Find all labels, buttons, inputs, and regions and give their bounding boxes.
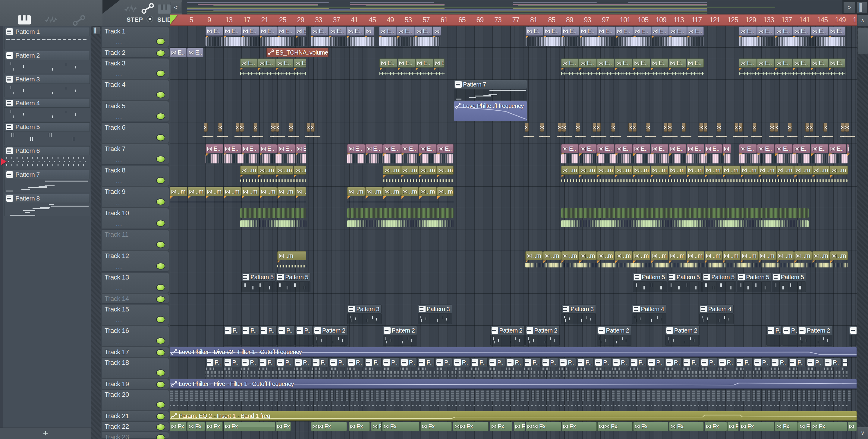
mini-pattern-clip[interactable]: [662, 390, 665, 401]
mini-pattern-clip[interactable]: [526, 390, 530, 401]
audio-clip[interactable]: ⋈..m: [437, 166, 454, 175]
audio-clip[interactable]: ⋈..m: [705, 251, 722, 260]
track-row-22[interactable]: Track 22: [101, 421, 169, 432]
pattern-item-6[interactable]: Pattern 6: [4, 146, 90, 155]
mini-pattern-clip[interactable]: [516, 390, 520, 401]
audio-clip[interactable]: ⋈E..: [224, 144, 241, 153]
track-mute-led[interactable]: [156, 349, 165, 356]
mini-pattern-clip[interactable]: [581, 390, 585, 401]
mini-pattern-clip[interactable]: [677, 390, 680, 401]
audio-clip[interactable]: ⋈E..: [259, 27, 277, 36]
audio-hit-clip[interactable]: ⋈: [845, 123, 849, 132]
audio-clip[interactable]: ⋈E..: [347, 27, 365, 36]
audio-clip[interactable]: ⋈..m: [651, 251, 669, 260]
audio-hit-clip[interactable]: ⋈: [311, 123, 315, 132]
pattern-clip[interactable]: P..: [470, 358, 488, 367]
audio-clip[interactable]: ⋈E..: [383, 144, 401, 153]
track-mute-led[interactable]: [156, 91, 165, 98]
mini-pattern-clip[interactable]: [325, 390, 329, 401]
audio-clip[interactable]: ⋈..m: [669, 166, 687, 175]
track-row-12[interactable]: Track 12...: [101, 251, 169, 272]
audio-clip[interactable]: ⋈E..: [651, 58, 669, 67]
mini-pattern-clip[interactable]: [556, 390, 560, 401]
track-row-14[interactable]: Track 14: [101, 294, 169, 303]
track-mute-led[interactable]: [156, 381, 165, 388]
mini-pattern-clip[interactable]: [807, 390, 811, 401]
mini-pattern-clip[interactable]: [667, 390, 670, 401]
audio-clip[interactable]: ⋈..m: [830, 166, 848, 175]
track-mute-led[interactable]: [156, 401, 165, 408]
audio-clip[interactable]: ⋈E..: [597, 144, 615, 153]
mini-pattern-clip[interactable]: [632, 390, 635, 401]
audio-clip[interactable]: ⋈E..: [206, 27, 223, 36]
audio-clip[interactable]: ⋈E..: [397, 27, 415, 36]
pattern-clip[interactable]: P..: [577, 358, 594, 367]
panel-toggle-button[interactable]: ▌: [857, 2, 867, 13]
mini-pattern-clip[interactable]: [300, 390, 304, 401]
audio-hit-clip[interactable]: ⋈: [682, 123, 686, 132]
track-mute-led[interactable]: [156, 296, 165, 303]
mini-pattern-clip[interactable]: [310, 390, 313, 401]
audio-clip[interactable]: ⋈..m: [561, 166, 579, 175]
mini-pattern-clip[interactable]: [205, 390, 208, 401]
audio-hit-clip[interactable]: ⋈: [704, 123, 707, 132]
audio-hit-clip[interactable]: ⋈: [253, 123, 257, 132]
pattern-clip[interactable]: P..: [259, 326, 277, 335]
track-row-17[interactable]: Track 17: [101, 347, 169, 357]
pattern-item-1[interactable]: Pattern 1: [4, 27, 90, 36]
mini-pattern-clip[interactable]: [521, 390, 524, 401]
pattern-clip[interactable]: Pattern 2: [383, 326, 417, 335]
scroll-up-button[interactable]: ∧: [857, 14, 868, 27]
pattern-item-5[interactable]: Pattern 5: [4, 122, 90, 131]
mini-pattern-clip[interactable]: [190, 390, 193, 401]
playhead-marker[interactable]: [170, 15, 178, 25]
pattern-picker-collapse-button[interactable]: ▌: [92, 27, 100, 34]
audio-clip[interactable]: ⋈E..: [811, 58, 829, 67]
track-row-13[interactable]: Track 13...: [101, 272, 169, 293]
audio-clip[interactable]: ⋈..m: [419, 187, 437, 196]
audio-clip[interactable]: ⋈..m: [347, 187, 365, 196]
automation-clip[interactable]: Love Philte..ff frequency: [454, 101, 527, 121]
audio-clip[interactable]: ⋈..m: [401, 187, 419, 196]
mini-pattern-clip[interactable]: [692, 390, 695, 401]
mini-pattern-clip[interactable]: [737, 390, 741, 401]
mini-pattern-clip[interactable]: [336, 390, 339, 401]
audio-clip[interactable]: ⋈..m: [401, 166, 419, 175]
fx-audio-clip[interactable]: ⋈Fx: [514, 422, 525, 431]
mini-pattern-clip[interactable]: [747, 390, 750, 401]
fx-audio-clip[interactable]: ⋈Fx: [371, 422, 381, 431]
pattern-clip[interactable]: P..: [258, 358, 276, 367]
audio-clip[interactable]: ⋈..m: [525, 251, 543, 260]
audio-clip[interactable]: ⋈E..: [240, 58, 258, 67]
fx-audio-clip[interactable]: ⋈Fx: [276, 422, 291, 431]
audio-hit-clip[interactable]: ⋈: [841, 123, 845, 132]
audio-clip[interactable]: ⋈E..: [687, 27, 704, 36]
mini-pattern-clip[interactable]: [391, 390, 394, 401]
mini-pattern-clip[interactable]: [823, 390, 826, 401]
mini-pattern-clip[interactable]: [657, 390, 660, 401]
audio-clip[interactable]: ⋈E..: [579, 144, 597, 153]
track-row-15[interactable]: Track 15...: [101, 304, 169, 325]
fx-audio-clip[interactable]: ⋈Fx: [206, 422, 223, 431]
audio-clip[interactable]: ⋈..m: [758, 166, 776, 175]
audio-clip[interactable]: ⋈..m: [419, 166, 437, 175]
audio-clip[interactable]: ⋈..m: [579, 166, 597, 175]
mini-pattern-clip[interactable]: [240, 390, 243, 401]
audio-clip[interactable]: ⋈..m: [579, 251, 597, 260]
audio-clip[interactable]: ⋈E..: [687, 144, 704, 153]
audio-clip[interactable]: ⋈..m: [794, 251, 812, 260]
audio-clip[interactable]: ⋈E..: [296, 144, 306, 153]
mini-pattern-clip[interactable]: [642, 390, 645, 401]
mini-pattern-clip[interactable]: [596, 390, 600, 401]
mini-pattern-clip[interactable]: [396, 390, 399, 401]
mini-pattern-clip[interactable]: [320, 390, 324, 401]
pattern-clip[interactable]: P..: [382, 358, 399, 367]
pattern-clip[interactable]: P..: [312, 358, 329, 367]
piano-icon[interactable]: [18, 14, 31, 26]
audio-clip[interactable]: ⋈..m: [633, 166, 651, 175]
pattern-clip[interactable]: P..: [594, 358, 611, 367]
mini-pattern-clip[interactable]: [647, 390, 650, 401]
track-row-1[interactable]: Track 1...: [101, 26, 169, 47]
audio-clip[interactable]: ⋈E..: [829, 144, 846, 153]
mini-pattern-clip[interactable]: [436, 390, 439, 401]
